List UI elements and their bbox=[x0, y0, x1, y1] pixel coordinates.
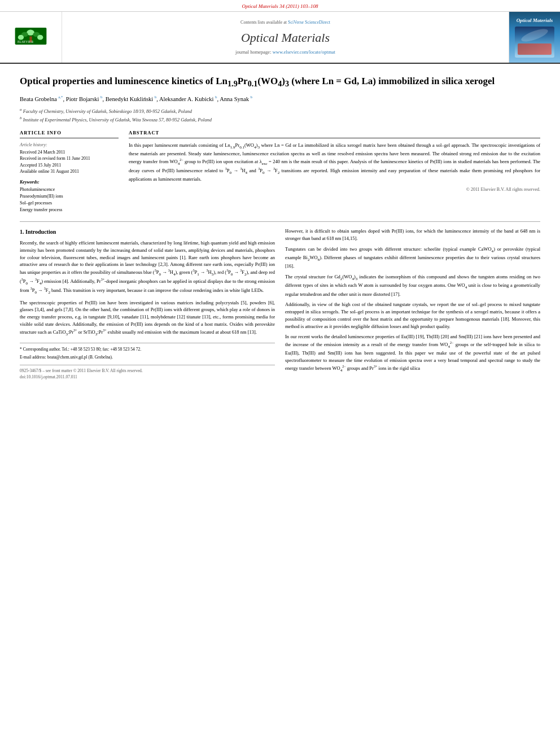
right-para-1: However, it is difficult to obtain sampl… bbox=[285, 228, 540, 242]
svg-point-5 bbox=[37, 35, 43, 40]
issn-line: 0925-3467/$ – see front matter © 2011 El… bbox=[20, 368, 275, 374]
keywords-label: Keywords: bbox=[20, 179, 119, 185]
sciverse-line: Contents lists available at SciVerse Sci… bbox=[240, 19, 330, 25]
right-para-2: Tungstates can be divided into two group… bbox=[285, 246, 540, 270]
intro-paragraph-1: Recently, the search of highly efficient… bbox=[20, 239, 275, 295]
elsevier-logo: ELSEVIER bbox=[0, 12, 62, 63]
affiliations: a Faculty of Chemistry, University of Gd… bbox=[20, 107, 540, 123]
right-para-3: The crystal structure for Gd2(WO4)3 indi… bbox=[285, 273, 540, 298]
article-info-abstract: ARTICLE INFO Article history: Received 2… bbox=[20, 130, 540, 213]
keyword-4: Energy transfer process bbox=[20, 207, 119, 213]
section-divider bbox=[20, 221, 540, 222]
right-para-4: Additionally, in view of the high cost o… bbox=[285, 301, 540, 330]
journal-header: ELSEVIER Contents lists available at Sci… bbox=[0, 12, 560, 64]
article-info-heading: ARTICLE INFO bbox=[20, 130, 119, 138]
doi-line: doi:10.1016/j.optmat.2011.07.011 bbox=[20, 374, 275, 380]
keywords-section: Keywords: Photoluminescence Praseodymium… bbox=[20, 179, 119, 213]
cover-label: Optical Materials bbox=[515, 17, 554, 24]
about-text: about bbox=[220, 329, 231, 334]
accepted-date: Accepted 15 July 2011 bbox=[20, 162, 119, 168]
sciverse-link[interactable]: SciVerse ScienceDirect bbox=[288, 20, 330, 25]
footnote-area: * Corresponding author. Tel.: +48 58 523… bbox=[20, 343, 275, 361]
history-label: Article history: bbox=[20, 142, 119, 148]
journal-info-center: Contents lists available at SciVerse Sci… bbox=[62, 12, 509, 63]
homepage-link[interactable]: www.elsevier.com/locate/optmat bbox=[273, 49, 335, 55]
authors-line: Beata Grobelna a,*, Piotr Bojarski b, Be… bbox=[20, 95, 540, 103]
right-para-5: In our recent works the detailed lumines… bbox=[285, 333, 540, 373]
abstract-text: In this paper luminescent materials cons… bbox=[129, 142, 540, 183]
article-info-column: ARTICLE INFO Article history: Received 2… bbox=[20, 130, 119, 213]
svg-text:ELSEVIER: ELSEVIER bbox=[18, 40, 33, 43]
body-columns: 1. Introduction Recently, the search of … bbox=[20, 228, 540, 381]
keyword-3: Sol–gel processes bbox=[20, 200, 119, 207]
bottom-bar: 0925-3467/$ – see front matter © 2011 El… bbox=[20, 365, 275, 381]
body-left-column: 1. Introduction Recently, the search of … bbox=[20, 228, 275, 381]
journal-reference: Optical Materials 34 (2011) 103–108 bbox=[242, 3, 318, 9]
journal-homepage: journal homepage: www.elsevier.com/locat… bbox=[235, 49, 335, 56]
paper-body: Optical properties and luminescence kine… bbox=[0, 64, 560, 392]
elsevier-tree-logo: ELSEVIER bbox=[12, 28, 49, 45]
copyright-line: © 2011 Elsevier B.V. All rights reserved… bbox=[129, 186, 540, 193]
body-right-column: However, it is difficult to obtain sampl… bbox=[285, 228, 540, 381]
corresponding-footnote: * Corresponding author. Tel.: +48 58 523… bbox=[20, 346, 275, 352]
available-date: Available online 31 August 2011 bbox=[20, 168, 119, 174]
keyword-2: Praseodymium(III) ions bbox=[20, 193, 119, 200]
introduction-heading: 1. Introduction bbox=[20, 228, 275, 236]
received-date: Received 24 March 2011 bbox=[20, 149, 119, 155]
revised-date: Received in revised form 11 June 2011 bbox=[20, 155, 119, 161]
keyword-1: Photoluminescence bbox=[20, 186, 119, 193]
paper-title: Optical properties and luminescence kine… bbox=[20, 75, 540, 89]
abstract-column: ABSTRACT In this paper luminescent mater… bbox=[129, 130, 540, 213]
top-bar: Optical Materials 34 (2011) 103–108 bbox=[0, 0, 560, 12]
abstract-heading: ABSTRACT bbox=[129, 130, 540, 138]
email-footnote: E-mail address: beata@chem.univ.gd.pl (B… bbox=[20, 354, 275, 360]
svg-point-4 bbox=[18, 35, 24, 40]
journal-cover-image: Optical Materials bbox=[509, 12, 560, 63]
offers-text: offers bbox=[71, 269, 82, 275]
journal-title: Optical Materials bbox=[241, 29, 330, 47]
intro-paragraph-2: The spectroscopic properties of Pr(III) … bbox=[20, 299, 275, 337]
